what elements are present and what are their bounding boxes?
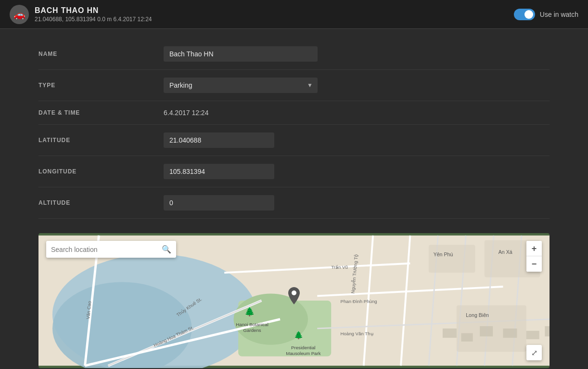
main-content: NAME TYPE Parking Home Work Other ▼ DATE…: [0, 29, 588, 228]
name-input[interactable]: [164, 46, 318, 62]
map-search-box: 🔍: [46, 241, 176, 258]
header-left: 🚗 BACH THAO HN 21.040688, 105.831394 0.0…: [10, 5, 152, 24]
svg-text:Mausoleum Park: Mausoleum Park: [286, 351, 321, 356]
svg-text:Long Biên: Long Biên: [466, 312, 489, 318]
car-icon: 🚗: [10, 5, 29, 24]
longitude-input[interactable]: [164, 164, 274, 179]
svg-text:🌲: 🌲: [294, 330, 304, 340]
search-input[interactable]: [46, 242, 157, 257]
name-label: NAME: [38, 51, 164, 57]
header-subtitle: 21.040688, 105.831394 0.0 m 6.4.2017 12:…: [35, 16, 152, 23]
svg-rect-21: [443, 329, 457, 338]
svg-text:Hanoi Botanical: Hanoi Botanical: [236, 322, 268, 327]
svg-rect-24: [503, 329, 517, 338]
svg-text:Trần Vũ: Trần Vũ: [331, 264, 348, 270]
use-in-watch-toggle[interactable]: [514, 9, 535, 20]
expand-icon: ⤢: [531, 348, 537, 357]
svg-text:Phan Đình Phùng: Phan Đình Phùng: [341, 299, 377, 304]
svg-rect-22: [461, 333, 473, 342]
map-section: Thủy Khuê St. Hoàng Hoa Thám St. Văn Cao…: [38, 233, 550, 368]
altitude-label: ALTITUDE: [38, 199, 164, 206]
type-select[interactable]: Parking Home Work Other: [164, 78, 318, 93]
map-zoom-controls: + −: [526, 241, 542, 272]
svg-rect-26: [545, 326, 550, 336]
type-label: TYPE: [38, 82, 164, 89]
latitude-label: LATITUDE: [38, 137, 164, 144]
altitude-input[interactable]: [164, 195, 274, 211]
type-row: TYPE Parking Home Work Other ▼: [38, 70, 550, 101]
header-right: Use in watch: [514, 9, 578, 20]
search-button[interactable]: 🔍: [157, 241, 176, 258]
svg-text:Yên Phú: Yên Phú: [434, 251, 453, 257]
search-icon: 🔍: [162, 245, 171, 253]
map-expand-button[interactable]: ⤢: [526, 345, 542, 360]
type-select-wrapper: Parking Home Work Other ▼: [164, 78, 318, 93]
longitude-label: LONGITUDE: [38, 168, 164, 175]
svg-text:An Xá: An Xá: [499, 249, 512, 255]
latitude-input[interactable]: [164, 132, 274, 148]
latitude-row: LATITUDE: [38, 125, 550, 156]
svg-rect-25: [526, 331, 539, 339]
zoom-out-button[interactable]: −: [526, 256, 542, 272]
datetime-value: 6.4.2017 12:24: [164, 109, 208, 117]
svg-rect-19: [429, 245, 475, 273]
name-row: NAME: [38, 39, 550, 70]
map-pin: [288, 287, 300, 306]
svg-text:🌲: 🌲: [244, 306, 255, 317]
svg-text:Gardens: Gardens: [243, 328, 261, 333]
svg-text:Presidential: Presidential: [291, 345, 315, 350]
svg-text:Hoàng Văn Thụ: Hoàng Văn Thụ: [341, 331, 373, 336]
header-title: BACH THAO HN: [35, 6, 152, 15]
header-bar: 🚗 BACH THAO HN 21.040688, 105.831394 0.0…: [0, 0, 588, 29]
longitude-row: LONGITUDE: [38, 156, 550, 187]
svg-point-43: [292, 290, 296, 295]
datetime-label: DATE & TIME: [38, 109, 164, 116]
altitude-row: ALTITUDE: [38, 187, 550, 219]
datetime-row: DATE & TIME 6.4.2017 12:24: [38, 101, 550, 125]
use-in-watch-label: Use in watch: [540, 11, 578, 18]
svg-rect-23: [480, 326, 493, 336]
zoom-in-button[interactable]: +: [526, 241, 542, 256]
header-info: BACH THAO HN 21.040688, 105.831394 0.0 m…: [35, 6, 152, 23]
